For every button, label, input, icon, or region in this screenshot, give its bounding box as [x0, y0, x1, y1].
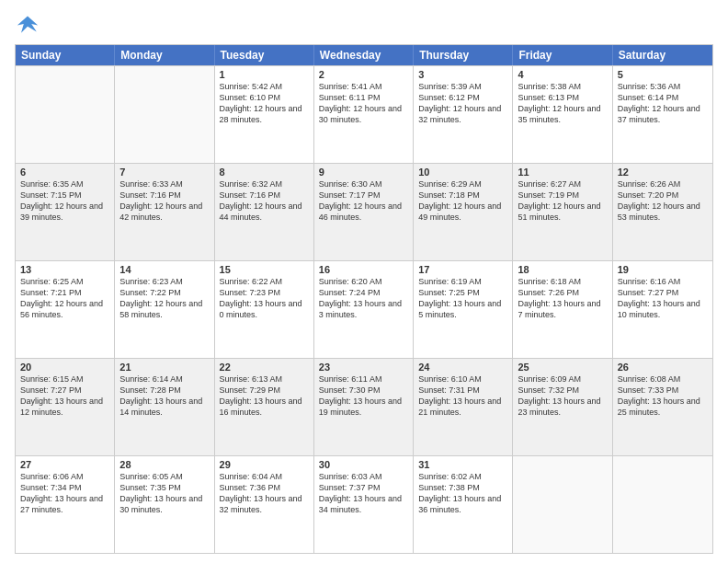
calendar-cell-22: 22Sunrise: 6:13 AM Sunset: 7:29 PM Dayli… [215, 359, 314, 455]
day-info: Sunrise: 5:36 AM Sunset: 6:14 PM Dayligh… [618, 81, 708, 126]
calendar-cell-25: 25Sunrise: 6:09 AM Sunset: 7:32 PM Dayli… [513, 359, 612, 455]
calendar-cell-8: 8Sunrise: 6:32 AM Sunset: 7:16 PM Daylig… [215, 164, 314, 260]
calendar-cell-31: 31Sunrise: 6:02 AM Sunset: 7:38 PM Dayli… [414, 456, 513, 553]
day-info: Sunrise: 6:25 AM Sunset: 7:21 PM Dayligh… [20, 276, 109, 321]
day-number: 25 [518, 362, 607, 373]
logo [15, 11, 44, 37]
calendar-header-friday: Friday [513, 45, 612, 65]
calendar: SundayMondayTuesdayWednesdayThursdayFrid… [15, 44, 713, 554]
calendar-header-tuesday: Tuesday [215, 45, 314, 65]
day-number: 26 [618, 362, 708, 373]
calendar-cell-24: 24Sunrise: 6:10 AM Sunset: 7:31 PM Dayli… [414, 359, 513, 455]
day-info: Sunrise: 6:15 AM Sunset: 7:27 PM Dayligh… [20, 373, 109, 419]
day-number: 7 [119, 167, 209, 178]
day-info: Sunrise: 6:10 AM Sunset: 7:31 PM Dayligh… [418, 373, 507, 419]
calendar-cell-4: 4Sunrise: 5:38 AM Sunset: 6:13 PM Daylig… [513, 66, 612, 163]
day-info: Sunrise: 6:27 AM Sunset: 7:19 PM Dayligh… [518, 178, 607, 224]
calendar-cell-12: 12Sunrise: 6:26 AM Sunset: 7:20 PM Dayli… [613, 164, 712, 260]
day-info: Sunrise: 5:41 AM Sunset: 6:11 PM Dayligh… [319, 81, 408, 126]
day-number: 18 [518, 264, 607, 275]
day-number: 1 [220, 69, 309, 80]
day-number: 27 [20, 459, 109, 470]
day-info: Sunrise: 6:03 AM Sunset: 7:37 PM Dayligh… [319, 471, 408, 516]
calendar-header-thursday: Thursday [414, 45, 513, 65]
day-info: Sunrise: 6:14 AM Sunset: 7:28 PM Dayligh… [119, 373, 209, 419]
day-info: Sunrise: 6:04 AM Sunset: 7:36 PM Dayligh… [220, 471, 309, 516]
day-number: 5 [618, 69, 708, 80]
day-info: Sunrise: 6:29 AM Sunset: 7:18 PM Dayligh… [418, 178, 507, 224]
day-number: 4 [518, 69, 607, 80]
day-number: 12 [618, 167, 708, 178]
calendar-cell-16: 16Sunrise: 6:20 AM Sunset: 7:24 PM Dayli… [314, 261, 414, 358]
calendar-header-wednesday: Wednesday [314, 45, 414, 65]
day-info: Sunrise: 6:09 AM Sunset: 7:32 PM Dayligh… [518, 373, 607, 419]
day-number: 6 [20, 167, 109, 178]
day-info: Sunrise: 6:19 AM Sunset: 7:25 PM Dayligh… [418, 276, 507, 321]
day-info: Sunrise: 6:33 AM Sunset: 7:16 PM Dayligh… [119, 178, 209, 224]
calendar-cell-18: 18Sunrise: 6:18 AM Sunset: 7:26 PM Dayli… [513, 261, 612, 358]
day-number: 16 [319, 264, 408, 275]
day-number: 9 [319, 167, 408, 178]
calendar-cell-13: 13Sunrise: 6:25 AM Sunset: 7:21 PM Dayli… [16, 261, 115, 358]
calendar-body: 1Sunrise: 5:42 AM Sunset: 6:10 PM Daylig… [16, 65, 712, 553]
day-number: 31 [418, 459, 507, 470]
day-info: Sunrise: 6:32 AM Sunset: 7:16 PM Dayligh… [220, 178, 309, 224]
calendar-header-monday: Monday [115, 45, 214, 65]
day-info: Sunrise: 5:42 AM Sunset: 6:10 PM Dayligh… [220, 81, 309, 126]
calendar-cell-empty-0-1 [115, 66, 214, 163]
day-number: 2 [319, 69, 408, 80]
day-info: Sunrise: 6:18 AM Sunset: 7:26 PM Dayligh… [518, 276, 607, 321]
day-number: 24 [418, 362, 507, 373]
day-info: Sunrise: 5:38 AM Sunset: 6:13 PM Dayligh… [518, 81, 607, 126]
calendar-cell-10: 10Sunrise: 6:29 AM Sunset: 7:18 PM Dayli… [414, 164, 513, 260]
day-info: Sunrise: 6:16 AM Sunset: 7:27 PM Dayligh… [618, 276, 708, 321]
day-number: 20 [20, 362, 109, 373]
day-info: Sunrise: 6:35 AM Sunset: 7:15 PM Dayligh… [20, 178, 109, 224]
calendar-cell-empty-4-5 [513, 456, 612, 553]
day-info: Sunrise: 6:08 AM Sunset: 7:33 PM Dayligh… [618, 373, 708, 419]
day-info: Sunrise: 6:22 AM Sunset: 7:23 PM Dayligh… [220, 276, 309, 321]
calendar-week-1: 1Sunrise: 5:42 AM Sunset: 6:10 PM Daylig… [16, 65, 712, 163]
header [15, 11, 713, 37]
calendar-cell-29: 29Sunrise: 6:04 AM Sunset: 7:36 PM Dayli… [215, 456, 314, 553]
calendar-week-4: 20Sunrise: 6:15 AM Sunset: 7:27 PM Dayli… [16, 358, 712, 455]
day-number: 14 [119, 264, 209, 275]
day-number: 11 [518, 167, 607, 178]
calendar-cell-empty-0-0 [16, 66, 115, 163]
day-number: 28 [119, 459, 209, 470]
calendar-cell-3: 3Sunrise: 5:39 AM Sunset: 6:12 PM Daylig… [414, 66, 513, 163]
day-info: Sunrise: 6:20 AM Sunset: 7:24 PM Dayligh… [319, 276, 408, 321]
day-info: Sunrise: 6:06 AM Sunset: 7:34 PM Dayligh… [20, 471, 109, 516]
calendar-cell-11: 11Sunrise: 6:27 AM Sunset: 7:19 PM Dayli… [513, 164, 612, 260]
day-number: 23 [319, 362, 408, 373]
calendar-header-sunday: Sunday [16, 45, 115, 65]
day-info: Sunrise: 6:02 AM Sunset: 7:38 PM Dayligh… [418, 471, 507, 516]
calendar-cell-28: 28Sunrise: 6:05 AM Sunset: 7:35 PM Dayli… [115, 456, 214, 553]
day-info: Sunrise: 6:23 AM Sunset: 7:22 PM Dayligh… [119, 276, 209, 321]
day-number: 29 [220, 459, 309, 470]
day-number: 21 [119, 362, 209, 373]
calendar-week-5: 27Sunrise: 6:06 AM Sunset: 7:34 PM Dayli… [16, 455, 712, 553]
page: SundayMondayTuesdayWednesdayThursdayFrid… [0, 0, 728, 563]
day-number: 13 [20, 264, 109, 275]
calendar-cell-5: 5Sunrise: 5:36 AM Sunset: 6:14 PM Daylig… [613, 66, 712, 163]
day-number: 10 [418, 167, 507, 178]
day-info: Sunrise: 6:05 AM Sunset: 7:35 PM Dayligh… [119, 471, 209, 516]
day-number: 19 [618, 264, 708, 275]
calendar-cell-17: 17Sunrise: 6:19 AM Sunset: 7:25 PM Dayli… [414, 261, 513, 358]
day-number: 3 [418, 69, 507, 80]
calendar-cell-1: 1Sunrise: 5:42 AM Sunset: 6:10 PM Daylig… [215, 66, 314, 163]
day-number: 30 [319, 459, 408, 470]
calendar-header: SundayMondayTuesdayWednesdayThursdayFrid… [16, 45, 712, 65]
calendar-cell-26: 26Sunrise: 6:08 AM Sunset: 7:33 PM Dayli… [613, 359, 712, 455]
day-number: 17 [418, 264, 507, 275]
day-info: Sunrise: 6:13 AM Sunset: 7:29 PM Dayligh… [220, 373, 309, 419]
calendar-cell-19: 19Sunrise: 6:16 AM Sunset: 7:27 PM Dayli… [613, 261, 712, 358]
calendar-cell-23: 23Sunrise: 6:11 AM Sunset: 7:30 PM Dayli… [314, 359, 414, 455]
day-info: Sunrise: 6:26 AM Sunset: 7:20 PM Dayligh… [618, 178, 708, 224]
logo-bird-icon [15, 11, 40, 37]
svg-marker-0 [17, 17, 38, 33]
calendar-cell-27: 27Sunrise: 6:06 AM Sunset: 7:34 PM Dayli… [16, 456, 115, 553]
calendar-cell-empty-4-6 [613, 456, 712, 553]
calendar-cell-20: 20Sunrise: 6:15 AM Sunset: 7:27 PM Dayli… [16, 359, 115, 455]
